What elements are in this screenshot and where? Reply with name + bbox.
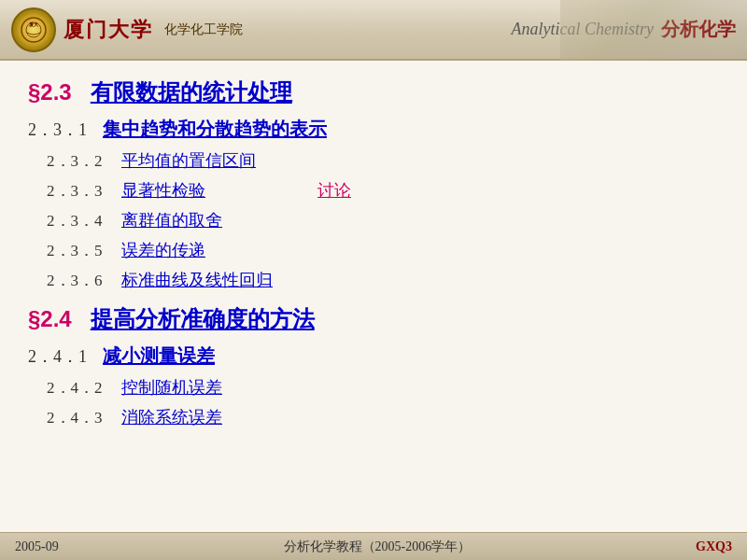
header: 厦大 厦门大学 化学化工学院 Analytical Chemistry 分析化学 xyxy=(0,0,747,61)
toc-link-231[interactable]: 集中趋势和分散趋势的表示 xyxy=(103,117,327,142)
toc-extra-233[interactable]: 讨论 xyxy=(317,179,351,202)
toc-link-242[interactable]: 控制随机误差 xyxy=(121,376,222,399)
section-24-num: §2.4 xyxy=(28,306,72,331)
svg-point-0 xyxy=(21,18,46,42)
toc-link-235[interactable]: 误差的传递 xyxy=(121,239,205,261)
toc-link-243[interactable]: 消除系统误差 xyxy=(121,406,222,428)
main-content: §2.3 有限数据的统计处理 2．3．1 集中趋势和分散趋势的表示 2．3．2 … xyxy=(0,61,747,537)
toc-num-243: 2．4．3 xyxy=(28,407,121,428)
toc-num-235: 2．3．5 xyxy=(28,240,121,261)
toc-num-232: 2．3．2 xyxy=(28,150,121,172)
toc-num-231: 2．3．1 xyxy=(28,119,103,141)
header-building-decoration xyxy=(560,0,747,61)
toc-item-231: 2．3．1 集中趋势和分散趋势的表示 xyxy=(28,117,719,142)
header-left: 厦大 厦门大学 化学化工学院 xyxy=(11,7,243,52)
toc-item-236: 2．3．6 标准曲线及线性回归 xyxy=(28,269,719,291)
toc-item-233: 2．3．3 显著性检验 讨论 xyxy=(28,179,719,202)
toc-link-234[interactable]: 离群值的取舍 xyxy=(121,209,222,231)
toc-link-236[interactable]: 标准曲线及线性回归 xyxy=(121,269,273,291)
toc-num-241: 2．4．1 xyxy=(28,345,103,368)
section-23-text: 有限数据的统计处理 xyxy=(91,79,292,105)
university-logo: 厦大 xyxy=(11,7,56,52)
toc-num-236: 2．3．6 xyxy=(28,270,121,291)
section-24-text: 提高分析准确度的方法 xyxy=(91,306,315,331)
toc-num-242: 2．4．2 xyxy=(28,377,121,399)
footer: 2005-09 分析化学教程（2005-2006学年） GXQ3 xyxy=(0,532,747,560)
toc-item-235: 2．3．5 误差的传递 xyxy=(28,239,719,261)
toc-link-241[interactable]: 减小测量误差 xyxy=(103,343,215,369)
section-24-title: §2.4 提高分析准确度的方法 xyxy=(28,304,719,334)
section-23-title: §2.3 有限数据的统计处理 xyxy=(28,77,719,107)
section-23-num: §2.3 xyxy=(28,79,72,105)
toc-item-232: 2．3．2 平均值的置信区间 xyxy=(28,149,719,172)
footer-center-text: 分析化学教程（2005-2006学年） xyxy=(284,539,472,555)
toc-link-232[interactable]: 平均值的置信区间 xyxy=(121,149,256,172)
footer-code: GXQ3 xyxy=(696,539,732,554)
toc-num-234: 2．3．4 xyxy=(28,210,121,231)
toc-item-243: 2．4．3 消除系统误差 xyxy=(28,406,719,428)
toc-link-233[interactable]: 显著性检验 xyxy=(121,179,205,202)
toc-item-242: 2．4．2 控制随机误差 xyxy=(28,376,719,399)
toc-item-241: 2．4．1 减小测量误差 xyxy=(28,343,719,369)
svg-text:厦大: 厦大 xyxy=(28,21,39,27)
footer-year: 2005-09 xyxy=(15,539,59,554)
toc-item-234: 2．3．4 离群值的取舍 xyxy=(28,209,719,231)
university-name: 厦门大学 xyxy=(63,16,153,44)
college-name: 化学化工学院 xyxy=(164,21,243,38)
toc-num-233: 2．3．3 xyxy=(28,180,121,202)
logo-inner: 厦大 xyxy=(17,13,50,47)
